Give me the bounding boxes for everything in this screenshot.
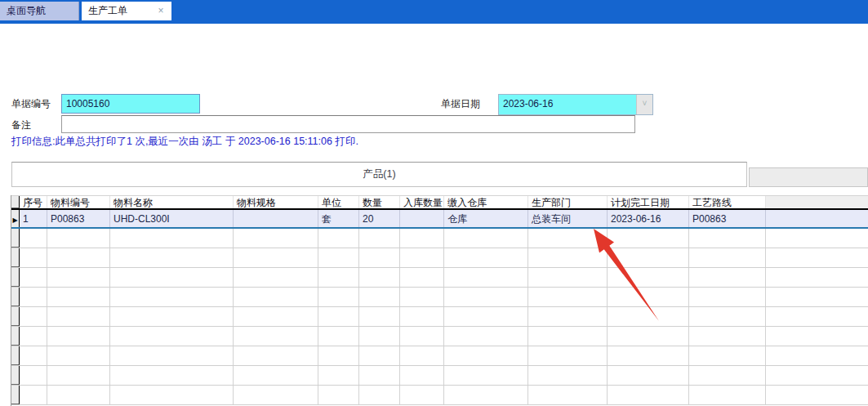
grid-cell[interactable] <box>400 346 444 365</box>
grid-cell[interactable] <box>359 229 400 248</box>
tab-production-work-order[interactable]: 生产工单 × <box>82 2 171 20</box>
grid-cell[interactable] <box>318 386 359 404</box>
row-selector-cell[interactable]: ▶ <box>11 210 20 227</box>
grid-cell[interactable] <box>528 386 608 404</box>
doc-date-combobox[interactable]: 2023-06-16 ˅ <box>498 94 653 115</box>
grid-cell[interactable] <box>47 248 110 267</box>
grid-empty-row[interactable] <box>11 268 868 288</box>
grid-cell[interactable] <box>47 386 110 404</box>
grid-cell[interactable] <box>110 248 234 267</box>
grid-empty-row[interactable] <box>11 229 868 248</box>
grid-cell[interactable] <box>20 268 47 287</box>
grid-cell[interactable]: 仓库 <box>444 210 528 227</box>
grid-cell[interactable] <box>689 366 766 385</box>
grid-cell[interactable] <box>20 327 47 346</box>
grid-cell[interactable] <box>689 307 766 326</box>
grid-cell[interactable] <box>528 288 608 306</box>
grid-cell[interactable] <box>608 386 689 404</box>
grid-cell[interactable] <box>444 229 528 248</box>
grid-cell[interactable] <box>689 346 766 365</box>
grid-cell[interactable]: 1 <box>20 210 47 227</box>
grid-cell[interactable] <box>110 386 234 404</box>
grid-cell[interactable] <box>47 366 110 385</box>
grid-cell[interactable] <box>766 268 868 287</box>
grid-cell[interactable] <box>608 288 689 306</box>
tab-desktop-navigation[interactable]: 桌面导航 <box>0 2 79 20</box>
grid-cell[interactable]: UHD-CL300I <box>110 210 234 227</box>
grid-cell[interactable] <box>766 307 868 326</box>
grid-cell[interactable] <box>234 386 318 404</box>
grid-cell[interactable] <box>318 307 359 326</box>
grid-cell[interactable] <box>47 268 110 287</box>
grid-cell[interactable] <box>528 268 608 287</box>
grid-cell[interactable] <box>318 229 359 248</box>
grid-cell[interactable] <box>444 346 528 365</box>
grid-cell[interactable] <box>234 268 318 287</box>
grid-cell[interactable] <box>689 327 766 346</box>
grid-cell[interactable] <box>766 288 868 306</box>
grid-cell[interactable] <box>359 307 400 326</box>
grid-cell[interactable] <box>608 366 689 385</box>
grid-cell[interactable] <box>766 327 868 346</box>
grid-cell[interactable] <box>608 327 689 346</box>
row-selector-cell[interactable] <box>11 248 20 267</box>
grid-cell[interactable] <box>400 307 444 326</box>
grid-cell[interactable]: 套 <box>318 210 359 227</box>
grid-cell[interactable]: P00863 <box>689 210 766 227</box>
grid-cell[interactable] <box>359 366 400 385</box>
row-selector-cell[interactable] <box>11 268 20 287</box>
grid-cell[interactable] <box>47 288 110 306</box>
remarks-input[interactable] <box>61 115 635 133</box>
close-tab-icon[interactable]: × <box>155 5 167 16</box>
grid-cell[interactable] <box>528 229 608 248</box>
grid-cell[interactable] <box>20 366 47 385</box>
grid-cell[interactable] <box>766 210 868 227</box>
grid-cell[interactable] <box>110 268 234 287</box>
grid-cell[interactable] <box>318 288 359 306</box>
grid-cell[interactable] <box>234 248 318 267</box>
grid-empty-row[interactable] <box>11 307 868 327</box>
grid-cell[interactable] <box>689 386 766 404</box>
row-selector-cell[interactable] <box>11 288 20 306</box>
grid-cell[interactable] <box>766 386 868 404</box>
grid-cell[interactable] <box>234 210 318 227</box>
grid-cell[interactable] <box>689 288 766 306</box>
grid-cell[interactable] <box>110 346 234 365</box>
grid-cell[interactable] <box>766 229 868 248</box>
grid-cell[interactable]: 20 <box>359 210 400 227</box>
grid-cell[interactable] <box>359 346 400 365</box>
grid-cell[interactable] <box>608 346 689 365</box>
grid-cell[interactable] <box>110 288 234 306</box>
grid-cell[interactable] <box>110 307 234 326</box>
grid-cell[interactable] <box>234 346 318 365</box>
grid-empty-row[interactable] <box>11 366 868 386</box>
row-selector-cell[interactable] <box>11 229 20 248</box>
row-selector-cell[interactable] <box>11 307 20 326</box>
grid-cell[interactable] <box>689 248 766 267</box>
grid-cell[interactable] <box>234 327 318 346</box>
grid-empty-row[interactable] <box>11 386 868 405</box>
grid-cell[interactable] <box>234 288 318 306</box>
grid-cell[interactable] <box>20 229 47 248</box>
grid-cell[interactable] <box>400 327 444 346</box>
grid-cell[interactable] <box>359 248 400 267</box>
grid-cell[interactable] <box>47 229 110 248</box>
grid-cell[interactable] <box>20 386 47 404</box>
grid-cell[interactable]: 2023-06-16 <box>608 210 689 227</box>
grid-cell[interactable] <box>20 288 47 306</box>
grid-cell[interactable] <box>444 268 528 287</box>
grid-cell[interactable] <box>608 268 689 287</box>
grid-cell[interactable] <box>47 307 110 326</box>
row-selector-cell[interactable] <box>11 386 20 404</box>
grid-cell[interactable] <box>318 346 359 365</box>
grid-cell[interactable] <box>528 366 608 385</box>
grid-cell[interactable] <box>689 268 766 287</box>
grid-cell[interactable] <box>528 248 608 267</box>
product-grid[interactable]: 序号物料编号物料名称物料规格单位数量入库数量缴入仓库生产部门计划完工日期工艺路线… <box>11 195 868 406</box>
grid-cell[interactable] <box>20 346 47 365</box>
row-selector-cell[interactable] <box>11 196 20 208</box>
grid-cell[interactable] <box>400 210 444 227</box>
grid-cell[interactable] <box>400 248 444 267</box>
grid-cell[interactable] <box>47 327 110 346</box>
grid-cell[interactable] <box>234 229 318 248</box>
